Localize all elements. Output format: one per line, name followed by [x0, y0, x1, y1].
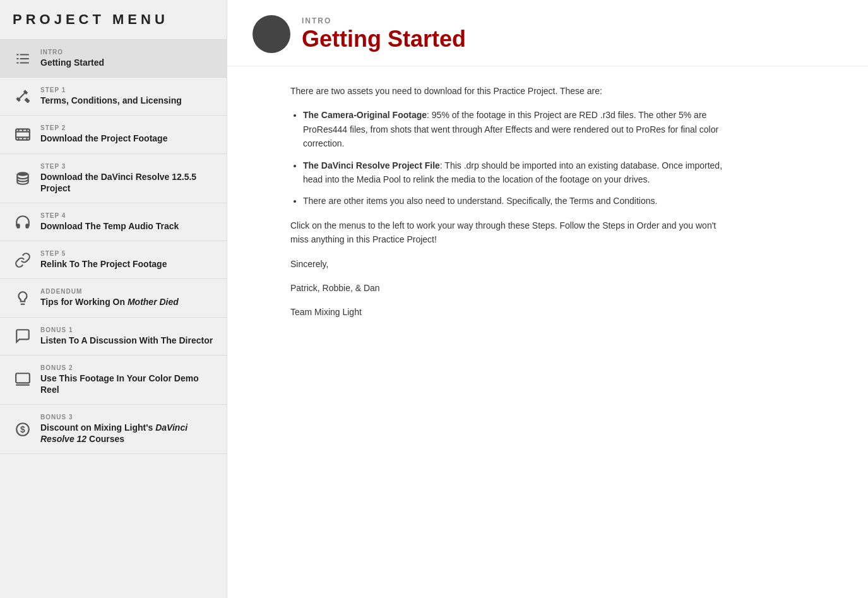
- nav-title-bonus2: Use This Footage In Your Color Demo Reel: [40, 373, 217, 395]
- svg-rect-11: [22, 129, 23, 131]
- nav-text-bonus3: BONUS 3 Discount on Mixing Light's DaVin…: [40, 414, 217, 445]
- sign2: Patrick, Robbie, & Dan: [290, 281, 732, 295]
- svg-rect-21: [268, 29, 278, 30]
- sidebar-item-bonus1[interactable]: BONUS 1 Listen To A Discussion With The …: [0, 318, 227, 356]
- body-text: Click on the menus to the left to work y…: [290, 218, 732, 247]
- hammer-icon: [10, 88, 35, 105]
- sidebar-item-step2[interactable]: STEP 2 Download the Project Footage: [0, 116, 227, 153]
- bullet-item-2: The DaVinci Resolve Project File: This .…: [303, 158, 732, 187]
- nav-label-bonus3: BONUS 3: [40, 414, 217, 421]
- bullet-list: The Camera-Original Footage: 95% of the …: [303, 108, 732, 208]
- bullet-text-3: There are other items you also need to u…: [303, 196, 657, 206]
- header-label: INTRO: [302, 16, 466, 25]
- list-header-icon: [263, 25, 280, 43]
- chat-icon: [10, 328, 35, 344]
- nav-label-step1: STEP 1: [40, 87, 182, 93]
- nav-title-bonus3: Discount on Mixing Light's DaVinci Resol…: [40, 422, 217, 445]
- bulb-icon: [10, 290, 35, 306]
- nav-title-bonus1: Listen To A Discussion With The Director: [40, 335, 213, 346]
- nav-title-step5: Relink To The Project Footage: [40, 258, 167, 270]
- nav-text-step3: STEP 3 Download the DaVinci Resolve 12.5…: [40, 163, 217, 194]
- svg-rect-4: [16, 62, 18, 63]
- sidebar-item-bonus2[interactable]: BONUS 2 Use This Footage In Your Color D…: [0, 356, 227, 405]
- sidebar-item-step1[interactable]: STEP 1 Terms, Conditions, and Licensing: [0, 78, 227, 116]
- nav-text-step4: STEP 4 Download The Temp Audio Track: [40, 212, 179, 232]
- svg-rect-25: [268, 38, 278, 39]
- svg-rect-22: [265, 33, 268, 35]
- sidebar: PROJECT MENU INTRO Getting Started STEP …: [0, 0, 227, 598]
- nav-title-intro: Getting Started: [40, 57, 104, 68]
- svg-rect-0: [16, 54, 18, 55]
- nav-title-step2: Download the Project Footage: [40, 133, 167, 144]
- nav-label-bonus1: BONUS 1: [40, 326, 213, 333]
- content-body: There are two assets you need to downloa…: [227, 66, 795, 355]
- nav-text-addendum: ADDENDUM Tips for Working On Mother Died: [40, 288, 179, 308]
- svg-rect-5: [20, 62, 29, 63]
- laptop-icon: [10, 371, 35, 388]
- nav-text-step2: STEP 2 Download the Project Footage: [40, 124, 167, 144]
- nav-label-step5: STEP 5: [40, 250, 167, 257]
- nav-text-bonus1: BONUS 1 Listen To A Discussion With The …: [40, 326, 213, 346]
- nav-label-intro: INTRO: [40, 49, 104, 56]
- svg-rect-13: [18, 138, 19, 140]
- svg-rect-9: [16, 136, 30, 138]
- svg-text:$: $: [20, 424, 25, 434]
- nav-text-intro: INTRO Getting Started: [40, 49, 104, 68]
- sidebar-item-step4[interactable]: STEP 4 Download The Temp Audio Track: [0, 203, 227, 241]
- svg-rect-2: [16, 58, 18, 59]
- sidebar-title: PROJECT MENU: [0, 0, 227, 40]
- list-icon: [10, 51, 35, 67]
- sidebar-item-step3[interactable]: STEP 3 Download the DaVinci Resolve 12.5…: [0, 154, 227, 203]
- money-icon: $: [10, 421, 35, 438]
- sidebar-item-addendum[interactable]: ADDENDUM Tips for Working On Mother Died: [0, 279, 227, 317]
- bullet-item-3: There are other items you also need to u…: [303, 194, 732, 208]
- main-content: INTRO Getting Started There are two asse…: [227, 0, 868, 598]
- svg-rect-20: [265, 29, 268, 30]
- svg-rect-6: [24, 97, 30, 103]
- svg-rect-3: [20, 58, 29, 59]
- svg-rect-23: [268, 33, 278, 35]
- bullet-bold-1: The Camera-Original Footage: [303, 110, 427, 120]
- svg-rect-12: [26, 129, 27, 131]
- nav-text-step1: STEP 1 Terms, Conditions, and Licensing: [40, 87, 182, 106]
- nav-label-step3: STEP 3: [40, 163, 217, 170]
- database-icon: [10, 170, 35, 186]
- intro-text: There are two assets you need to downloa…: [290, 84, 732, 98]
- link-icon: [10, 252, 35, 268]
- sign1: Sincerely,: [290, 257, 732, 271]
- nav-title-step3: Download the DaVinci Resolve 12.5.5 Proj…: [40, 171, 217, 194]
- header-text: INTRO Getting Started: [302, 16, 466, 52]
- svg-rect-10: [18, 129, 19, 131]
- nav-items-container: INTRO Getting Started STEP 1 Terms, Cond…: [0, 40, 227, 454]
- header-title: Getting Started: [302, 27, 466, 52]
- nav-title-step1: Terms, Conditions, and Licensing: [40, 95, 182, 106]
- svg-point-16: [17, 172, 28, 177]
- nav-label-bonus2: BONUS 2: [40, 364, 217, 371]
- nav-label-step2: STEP 2: [40, 124, 167, 131]
- nav-text-step5: STEP 5 Relink To The Project Footage: [40, 250, 167, 270]
- nav-text-bonus2: BONUS 2 Use This Footage In Your Color D…: [40, 364, 217, 395]
- svg-rect-15: [26, 138, 27, 140]
- headphones-icon: [10, 214, 35, 230]
- sign3: Team Mixing Light: [290, 305, 732, 319]
- content-header: INTRO Getting Started: [227, 0, 868, 66]
- nav-label-addendum: ADDENDUM: [40, 288, 179, 295]
- sidebar-item-intro[interactable]: INTRO Getting Started: [0, 40, 227, 78]
- film-icon: [10, 126, 35, 143]
- bullet-item-1: The Camera-Original Footage: 95% of the …: [303, 108, 732, 150]
- nav-title-step4: Download The Temp Audio Track: [40, 220, 179, 232]
- sidebar-item-step5[interactable]: STEP 5 Relink To The Project Footage: [0, 241, 227, 279]
- nav-label-step4: STEP 4: [40, 212, 179, 219]
- svg-rect-1: [20, 54, 29, 55]
- header-icon: [253, 15, 290, 53]
- svg-rect-14: [22, 138, 23, 140]
- nav-title-addendum: Tips for Working On Mother Died: [40, 296, 179, 308]
- bullet-bold-2: The DaVinci Resolve Project File: [303, 160, 440, 170]
- svg-rect-17: [16, 374, 30, 383]
- sidebar-item-bonus3[interactable]: $ BONUS 3 Discount on Mixing Light's DaV…: [0, 405, 227, 454]
- svg-rect-8: [16, 131, 30, 133]
- svg-rect-24: [265, 38, 268, 39]
